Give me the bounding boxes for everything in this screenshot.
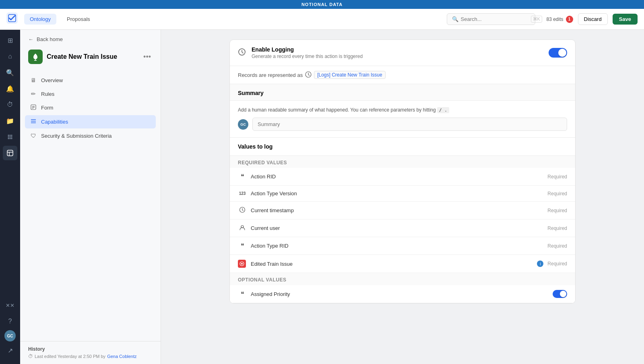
search-input[interactable] — [461, 16, 528, 22]
svg-point-9 — [10, 138, 11, 139]
nav-rules[interactable]: ✏ Rules — [25, 87, 156, 100]
overview-icon: 🖥 — [30, 77, 37, 83]
edited-train-issue-name: Edited Train Issue — [251, 261, 533, 267]
warning-badge: 1 — [566, 16, 573, 23]
sidebar-grid-icon[interactable] — [3, 130, 17, 144]
sidebar-user-avatar[interactable]: GC — [4, 330, 16, 341]
logging-text: Enable Logging Generate a record every t… — [252, 46, 543, 59]
summary-user-avatar: GC — [238, 119, 248, 130]
current-timestamp-status: Required — [547, 208, 567, 213]
svg-point-7 — [11, 136, 12, 138]
logging-toggle[interactable] — [549, 48, 567, 58]
search-shortcut: ⌘K — [531, 16, 542, 23]
records-row: Records are represented as [Logs] Create… — [230, 66, 575, 84]
summary-hint-shortcut: / . — [437, 107, 449, 113]
sidebar-apps-icon[interactable]: ⊞ — [3, 33, 17, 48]
nav-overview[interactable]: 🖥 Overview — [25, 74, 156, 87]
object-title: Create New Train Issue — [47, 53, 138, 60]
object-header: Create New Train Issue ••• — [20, 46, 161, 70]
action-type-rid-status: Required — [547, 243, 567, 249]
security-icon: 🛡 — [30, 132, 37, 139]
current-timestamp-icon — [238, 207, 247, 214]
editor-name: Gena Coblentz — [107, 354, 136, 359]
top-bar: NOTIONAL DATA — [0, 0, 644, 9]
object-icon — [28, 50, 43, 64]
nav-capabilities[interactable]: Capabilities — [25, 115, 156, 128]
content-area: Enable Logging Generate a record every t… — [161, 30, 644, 364]
nav-right: 83 edits 1 Discard Save — [547, 13, 638, 25]
edited-train-issue-icon — [238, 260, 247, 268]
security-label: Security & Submission Criteria — [41, 133, 112, 139]
capabilities-icon — [30, 118, 37, 125]
svg-point-5 — [8, 136, 9, 138]
required-values-label: Required values — [230, 156, 575, 168]
save-button[interactable]: Save — [613, 14, 638, 25]
action-type-version-status: Required — [547, 191, 567, 196]
app-title: NOTIONAL DATA — [301, 2, 343, 7]
value-row-current-timestamp: Current timestamp Required — [230, 202, 575, 219]
logo-icon[interactable] — [6, 12, 18, 26]
summary-input[interactable] — [252, 118, 567, 131]
panel-footer: History ⏱ Last edited Yesterday at 2:50 … — [20, 341, 161, 364]
svg-point-2 — [8, 135, 9, 136]
svg-rect-11 — [7, 150, 13, 156]
action-type-version-icon: 123 — [238, 191, 247, 196]
edits-badge: 83 edits 1 — [547, 16, 573, 23]
nav-security[interactable]: 🛡 Security & Submission Criteria — [25, 129, 156, 142]
current-user-icon — [238, 224, 247, 232]
action-rid-status: Required — [547, 174, 567, 180]
nav-form[interactable]: Form — [25, 101, 156, 114]
logging-subtitle: Generate a record every time this action… — [252, 54, 543, 59]
sidebar-home-icon[interactable]: ⌂ — [3, 49, 17, 64]
action-type-version-name: Action Type Version — [251, 190, 543, 196]
sidebar-bell-icon[interactable]: 🔔 — [3, 81, 17, 96]
info-icon[interactable]: i — [537, 261, 543, 267]
action-type-rid-name: Action Type RID — [251, 243, 543, 249]
content-card: Enable Logging Generate a record every t… — [229, 39, 576, 304]
sidebar-help-icon[interactable]: ? — [3, 314, 17, 329]
tab-proposals[interactable]: Proposals — [61, 14, 96, 25]
optional-values-label: Optional values — [230, 273, 575, 285]
search-icon: 🔍 — [452, 16, 458, 22]
tab-ontology[interactable]: Ontology — [24, 14, 56, 25]
records-text: Records are represented as — [238, 72, 303, 78]
last-edited-text: Last edited Yesterday at 2:50 PM by — [35, 354, 105, 359]
form-label: Form — [41, 105, 53, 111]
svg-point-4 — [11, 135, 12, 136]
sidebar-search-icon[interactable]: 🔍 — [3, 65, 17, 80]
values-to-log-header: Values to log — [230, 138, 575, 156]
edits-count: 83 edits — [547, 17, 564, 22]
svg-point-6 — [10, 136, 11, 138]
sidebar-bottom: ✕✕ ? GC ↗ — [3, 298, 17, 361]
search-bar[interactable]: 🔍 ⌘K — [447, 13, 535, 25]
assigned-priority-toggle[interactable] — [553, 290, 567, 298]
editor-link[interactable]: Gena Coblentz — [107, 354, 136, 359]
edited-train-issue-status-row: i Required — [537, 261, 567, 267]
sidebar-files-icon[interactable]: 📁 — [3, 114, 17, 128]
svg-point-3 — [10, 135, 11, 136]
summary-input-row: GC — [238, 118, 567, 131]
records-link-text: [Logs] Create New Train Issue — [317, 72, 382, 78]
value-row-current-user: Current user Required — [230, 219, 575, 237]
edited-train-issue-status: Required — [547, 261, 567, 267]
history-label: History — [28, 346, 45, 352]
back-home-label: Back home — [37, 36, 63, 42]
sidebar-integration-icon[interactable]: ✕✕ — [3, 298, 17, 312]
sidebar-history-icon[interactable]: ⏱ — [3, 97, 17, 112]
overview-label: Overview — [41, 77, 63, 83]
main-layout: ⊞ ⌂ 🔍 🔔 ⏱ 📁 — [0, 30, 644, 364]
nav-bar: Ontology Proposals 🔍 ⌘K 83 edits 1 Disca… — [0, 9, 644, 30]
records-link[interactable]: [Logs] Create New Train Issue — [314, 71, 385, 79]
sidebar-export-icon[interactable]: ↗ — [3, 343, 17, 358]
rules-icon: ✏ — [30, 91, 37, 97]
back-arrow-icon: ← — [28, 36, 33, 42]
discard-button[interactable]: Discard — [578, 13, 608, 25]
capabilities-label: Capabilities — [41, 119, 68, 125]
more-options-button[interactable]: ••• — [142, 51, 153, 63]
svg-point-24 — [241, 263, 243, 265]
summary-header: Summary — [230, 84, 575, 101]
nav-menu: 🖥 Overview ✏ Rules Form — [20, 70, 161, 145]
sidebar-package-icon[interactable] — [3, 146, 17, 160]
icon-sidebar: ⊞ ⌂ 🔍 🔔 ⏱ 📁 — [0, 30, 20, 364]
back-home-link[interactable]: ← Back home — [20, 30, 161, 46]
